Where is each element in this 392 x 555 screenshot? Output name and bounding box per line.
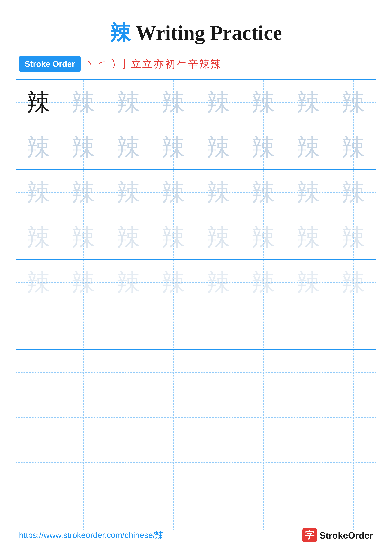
grid-cell[interactable]: 辣 bbox=[241, 80, 286, 125]
grid-cell[interactable] bbox=[151, 440, 196, 485]
grid-cell[interactable]: 辣 bbox=[331, 260, 376, 305]
grid-cell[interactable]: 辣 bbox=[106, 170, 151, 215]
grid-cell[interactable] bbox=[106, 440, 151, 485]
grid-cell[interactable]: 辣 bbox=[16, 80, 61, 125]
practice-grid: 辣辣辣辣辣辣辣辣辣辣辣辣辣辣辣辣辣辣辣辣辣辣辣辣辣辣辣辣辣辣辣辣辣辣辣辣辣辣辣辣 bbox=[16, 80, 376, 531]
grid-cell[interactable]: 辣 bbox=[286, 80, 331, 125]
grid-cell[interactable]: 辣 bbox=[331, 215, 376, 260]
grid-cell[interactable]: 辣 bbox=[61, 80, 107, 125]
practice-char: 辣 bbox=[162, 270, 185, 294]
grid-cell[interactable] bbox=[61, 440, 107, 485]
grid-cell[interactable] bbox=[331, 350, 376, 395]
grid-cell[interactable]: 辣 bbox=[151, 125, 196, 170]
practice-char: 辣 bbox=[342, 180, 365, 204]
grid-cell[interactable] bbox=[196, 350, 241, 395]
grid-cell[interactable]: 辣 bbox=[331, 170, 376, 215]
grid-cell[interactable] bbox=[61, 305, 107, 350]
grid-cell[interactable] bbox=[286, 440, 331, 485]
grid-cell[interactable] bbox=[151, 485, 196, 530]
grid-cell[interactable]: 辣 bbox=[61, 215, 107, 260]
grid-cell[interactable] bbox=[16, 440, 61, 485]
grid-cell[interactable]: 辣 bbox=[286, 260, 331, 305]
grid-cell[interactable]: 辣 bbox=[106, 125, 151, 170]
grid-cell[interactable] bbox=[16, 305, 61, 350]
grid-cell[interactable]: 辣 bbox=[196, 125, 241, 170]
grid-cell[interactable] bbox=[331, 485, 376, 530]
grid-cell[interactable]: 辣 bbox=[241, 260, 286, 305]
practice-char: 辣 bbox=[207, 135, 230, 159]
stroke-5: 立 bbox=[131, 57, 141, 71]
grid-cell[interactable] bbox=[241, 440, 286, 485]
grid-cell[interactable]: 辣 bbox=[286, 170, 331, 215]
stroke-12: 辣 bbox=[211, 57, 221, 71]
grid-cell[interactable] bbox=[61, 350, 107, 395]
practice-char: 辣 bbox=[27, 90, 50, 114]
grid-cell[interactable] bbox=[241, 305, 286, 350]
grid-cell[interactable]: 辣 bbox=[286, 125, 331, 170]
grid-cell[interactable]: 辣 bbox=[196, 260, 241, 305]
grid-cell[interactable] bbox=[106, 395, 151, 440]
grid-cell[interactable]: 辣 bbox=[16, 215, 61, 260]
practice-char: 辣 bbox=[117, 270, 140, 294]
grid-cell[interactable] bbox=[61, 395, 107, 440]
grid-cell[interactable] bbox=[286, 485, 331, 530]
grid-cell[interactable] bbox=[241, 485, 286, 530]
title-text: Writing Practice bbox=[131, 21, 282, 44]
grid-cell[interactable] bbox=[331, 440, 376, 485]
grid-cell[interactable]: 辣 bbox=[241, 215, 286, 260]
grid-cell[interactable] bbox=[106, 485, 151, 530]
grid-cell[interactable]: 辣 bbox=[286, 215, 331, 260]
grid-cell[interactable] bbox=[241, 350, 286, 395]
grid-cell[interactable] bbox=[286, 305, 331, 350]
grid-cell[interactable] bbox=[106, 350, 151, 395]
grid-cell[interactable] bbox=[151, 395, 196, 440]
grid-cell[interactable] bbox=[196, 305, 241, 350]
grid-cell[interactable] bbox=[331, 305, 376, 350]
grid-cell[interactable]: 辣 bbox=[241, 170, 286, 215]
grid-cell[interactable] bbox=[196, 395, 241, 440]
stroke-sequence: 丶 ㇀ ㇁ 亅 立 立 亦 初 𠂉 辛 辣 辣 bbox=[86, 57, 221, 71]
grid-cell[interactable] bbox=[151, 305, 196, 350]
grid-cell[interactable]: 辣 bbox=[151, 215, 196, 260]
grid-cell[interactable]: 辣 bbox=[106, 80, 151, 125]
title-char: 辣 bbox=[110, 21, 131, 44]
grid-cell[interactable]: 辣 bbox=[16, 170, 61, 215]
practice-char: 辣 bbox=[252, 270, 275, 294]
grid-cell[interactable] bbox=[286, 350, 331, 395]
grid-row bbox=[16, 440, 376, 485]
grid-cell[interactable]: 辣 bbox=[151, 170, 196, 215]
grid-cell[interactable] bbox=[16, 350, 61, 395]
grid-cell[interactable]: 辣 bbox=[331, 125, 376, 170]
grid-cell[interactable] bbox=[151, 350, 196, 395]
grid-cell[interactable]: 辣 bbox=[241, 125, 286, 170]
practice-char: 辣 bbox=[342, 225, 365, 249]
grid-cell[interactable]: 辣 bbox=[196, 215, 241, 260]
grid-cell[interactable]: 辣 bbox=[16, 260, 61, 305]
grid-cell[interactable]: 辣 bbox=[331, 80, 376, 125]
footer-url[interactable]: https://www.strokeorder.com/chinese/辣 bbox=[19, 530, 163, 541]
grid-cell[interactable]: 辣 bbox=[196, 170, 241, 215]
grid-cell[interactable] bbox=[196, 440, 241, 485]
grid-cell[interactable]: 辣 bbox=[61, 170, 107, 215]
grid-cell[interactable]: 辣 bbox=[61, 260, 107, 305]
grid-cell[interactable]: 辣 bbox=[16, 125, 61, 170]
grid-cell[interactable] bbox=[241, 395, 286, 440]
grid-cell[interactable] bbox=[16, 395, 61, 440]
grid-row: 辣辣辣辣辣辣辣辣 bbox=[16, 170, 376, 215]
grid-cell[interactable]: 辣 bbox=[106, 260, 151, 305]
grid-cell[interactable]: 辣 bbox=[196, 80, 241, 125]
grid-cell[interactable]: 辣 bbox=[61, 125, 107, 170]
brand-name: StrokeOrder bbox=[320, 530, 373, 540]
grid-cell[interactable] bbox=[16, 485, 61, 530]
grid-cell[interactable] bbox=[61, 485, 107, 530]
grid-cell[interactable]: 辣 bbox=[151, 260, 196, 305]
practice-char: 辣 bbox=[297, 135, 320, 159]
grid-cell[interactable] bbox=[106, 305, 151, 350]
grid-cell[interactable] bbox=[286, 395, 331, 440]
grid-cell[interactable]: 辣 bbox=[151, 80, 196, 125]
stroke-order-badge: Stroke Order bbox=[19, 56, 81, 72]
grid-cell[interactable]: 辣 bbox=[106, 215, 151, 260]
grid-cell[interactable] bbox=[196, 485, 241, 530]
grid-cell[interactable] bbox=[331, 395, 376, 440]
practice-char: 辣 bbox=[117, 135, 140, 159]
